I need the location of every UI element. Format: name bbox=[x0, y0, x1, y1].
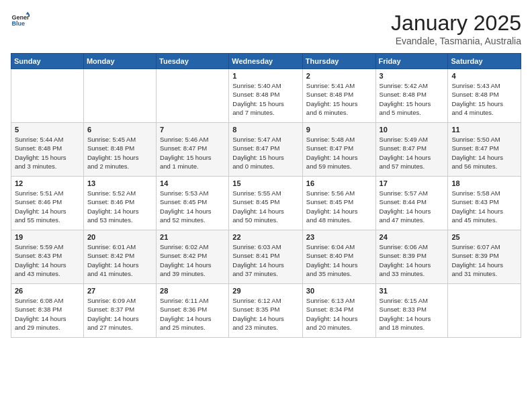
day-number: 22 bbox=[232, 233, 299, 241]
calendar-cell: 17Sunrise: 5:57 AM Sunset: 8:44 PM Dayli… bbox=[375, 177, 448, 230]
day-number: 16 bbox=[306, 179, 372, 187]
calendar-cell: 23Sunrise: 6:04 AM Sunset: 8:40 PM Dayli… bbox=[302, 230, 375, 284]
calendar-title: January 2025 bbox=[391, 11, 521, 36]
day-number: 18 bbox=[451, 179, 517, 187]
day-number: 9 bbox=[306, 126, 372, 134]
svg-marker-2 bbox=[26, 11, 30, 14]
cell-content: Sunrise: 6:04 AM Sunset: 8:40 PM Dayligh… bbox=[306, 242, 372, 278]
cell-content: Sunrise: 6:06 AM Sunset: 8:39 PM Dayligh… bbox=[380, 242, 445, 278]
calendar-cell: 24Sunrise: 6:06 AM Sunset: 8:39 PM Dayli… bbox=[375, 230, 448, 284]
calendar-cell: 16Sunrise: 5:56 AM Sunset: 8:45 PM Dayli… bbox=[302, 177, 375, 230]
day-number: 27 bbox=[87, 287, 152, 295]
cell-content: Sunrise: 5:52 AM Sunset: 8:46 PM Dayligh… bbox=[87, 189, 152, 224]
weekday-header-wednesday: Wednesday bbox=[229, 54, 303, 69]
day-number: 3 bbox=[380, 72, 445, 80]
title-area: January 2025 Evandale, Tasmania, Austral… bbox=[391, 11, 521, 46]
day-number: 11 bbox=[451, 126, 517, 134]
calendar-cell: 14Sunrise: 5:53 AM Sunset: 8:45 PM Dayli… bbox=[157, 177, 229, 230]
day-number: 26 bbox=[15, 287, 80, 295]
weekday-header-saturday: Saturday bbox=[448, 54, 521, 69]
calendar-cell: 22Sunrise: 6:03 AM Sunset: 8:41 PM Dayli… bbox=[229, 230, 303, 284]
calendar-cell: 25Sunrise: 6:07 AM Sunset: 8:39 PM Dayli… bbox=[448, 230, 521, 284]
cell-content: Sunrise: 6:12 AM Sunset: 8:35 PM Dayligh… bbox=[232, 296, 299, 332]
calendar-cell bbox=[11, 69, 84, 123]
day-number: 1 bbox=[232, 72, 299, 80]
cell-content: Sunrise: 5:58 AM Sunset: 8:43 PM Dayligh… bbox=[451, 189, 517, 224]
logo: General Blue bbox=[11, 11, 30, 30]
calendar-cell: 4Sunrise: 5:43 AM Sunset: 8:48 PM Daylig… bbox=[448, 69, 521, 123]
day-number: 24 bbox=[380, 233, 445, 241]
cell-content: Sunrise: 5:43 AM Sunset: 8:48 PM Dayligh… bbox=[451, 81, 517, 117]
day-number: 21 bbox=[160, 233, 225, 241]
cell-content: Sunrise: 5:44 AM Sunset: 8:48 PM Dayligh… bbox=[15, 135, 80, 171]
cell-content: Sunrise: 5:48 AM Sunset: 8:47 PM Dayligh… bbox=[306, 135, 372, 171]
calendar-cell: 19Sunrise: 5:59 AM Sunset: 8:43 PM Dayli… bbox=[11, 230, 84, 284]
cell-content: Sunrise: 5:50 AM Sunset: 8:47 PM Dayligh… bbox=[451, 135, 517, 171]
day-number: 28 bbox=[160, 287, 225, 295]
day-number: 2 bbox=[306, 72, 372, 80]
calendar-cell: 1Sunrise: 5:40 AM Sunset: 8:48 PM Daylig… bbox=[229, 69, 303, 123]
day-number: 8 bbox=[232, 126, 299, 134]
calendar-cell: 6Sunrise: 5:45 AM Sunset: 8:48 PM Daylig… bbox=[83, 123, 156, 177]
day-number: 14 bbox=[160, 179, 225, 187]
calendar-cell: 18Sunrise: 5:58 AM Sunset: 8:43 PM Dayli… bbox=[448, 177, 521, 230]
weekday-header-monday: Monday bbox=[83, 54, 156, 69]
cell-content: Sunrise: 5:55 AM Sunset: 8:45 PM Dayligh… bbox=[232, 189, 299, 224]
calendar-cell: 10Sunrise: 5:49 AM Sunset: 8:47 PM Dayli… bbox=[375, 123, 448, 177]
calendar-cell: 20Sunrise: 6:01 AM Sunset: 8:42 PM Dayli… bbox=[83, 230, 156, 284]
day-number: 20 bbox=[87, 233, 152, 241]
calendar-cell: 21Sunrise: 6:02 AM Sunset: 8:42 PM Dayli… bbox=[157, 230, 229, 284]
cell-content: Sunrise: 5:51 AM Sunset: 8:46 PM Dayligh… bbox=[15, 189, 80, 224]
day-number: 13 bbox=[87, 179, 152, 187]
calendar-cell: 30Sunrise: 6:13 AM Sunset: 8:34 PM Dayli… bbox=[302, 284, 375, 338]
cell-content: Sunrise: 5:46 AM Sunset: 8:47 PM Dayligh… bbox=[160, 135, 225, 171]
day-number: 30 bbox=[306, 287, 372, 295]
cell-content: Sunrise: 6:01 AM Sunset: 8:42 PM Dayligh… bbox=[87, 242, 152, 278]
calendar-cell: 29Sunrise: 6:12 AM Sunset: 8:35 PM Dayli… bbox=[229, 284, 303, 338]
calendar-cell: 2Sunrise: 5:41 AM Sunset: 8:48 PM Daylig… bbox=[302, 69, 375, 123]
day-number: 15 bbox=[232, 179, 299, 187]
weekday-header-friday: Friday bbox=[375, 54, 448, 69]
cell-content: Sunrise: 6:08 AM Sunset: 8:38 PM Dayligh… bbox=[15, 296, 80, 332]
cell-content: Sunrise: 5:59 AM Sunset: 8:43 PM Dayligh… bbox=[15, 242, 80, 278]
calendar-cell: 5Sunrise: 5:44 AM Sunset: 8:48 PM Daylig… bbox=[11, 123, 84, 177]
cell-content: Sunrise: 6:09 AM Sunset: 8:37 PM Dayligh… bbox=[87, 296, 152, 332]
cell-content: Sunrise: 5:45 AM Sunset: 8:48 PM Dayligh… bbox=[87, 135, 152, 171]
cell-content: Sunrise: 6:15 AM Sunset: 8:33 PM Dayligh… bbox=[380, 296, 445, 332]
calendar-cell: 8Sunrise: 5:47 AM Sunset: 8:47 PM Daylig… bbox=[229, 123, 303, 177]
cell-content: Sunrise: 6:07 AM Sunset: 8:39 PM Dayligh… bbox=[451, 242, 517, 278]
day-number: 23 bbox=[306, 233, 372, 241]
cell-content: Sunrise: 5:40 AM Sunset: 8:48 PM Dayligh… bbox=[232, 81, 299, 117]
calendar-week-row: 26Sunrise: 6:08 AM Sunset: 8:38 PM Dayli… bbox=[11, 284, 521, 338]
cell-content: Sunrise: 5:41 AM Sunset: 8:48 PM Dayligh… bbox=[306, 81, 372, 117]
day-number: 17 bbox=[380, 179, 445, 187]
day-number: 31 bbox=[380, 287, 445, 295]
calendar-cell: 13Sunrise: 5:52 AM Sunset: 8:46 PM Dayli… bbox=[83, 177, 156, 230]
calendar-cell bbox=[157, 69, 229, 123]
cell-content: Sunrise: 5:56 AM Sunset: 8:45 PM Dayligh… bbox=[306, 189, 372, 224]
calendar-week-row: 12Sunrise: 5:51 AM Sunset: 8:46 PM Dayli… bbox=[11, 177, 521, 230]
calendar-cell: 28Sunrise: 6:11 AM Sunset: 8:36 PM Dayli… bbox=[157, 284, 229, 338]
logo-icon: General Blue bbox=[11, 11, 30, 30]
calendar-cell: 7Sunrise: 5:46 AM Sunset: 8:47 PM Daylig… bbox=[157, 123, 229, 177]
calendar-cell: 15Sunrise: 5:55 AM Sunset: 8:45 PM Dayli… bbox=[229, 177, 303, 230]
day-number: 5 bbox=[15, 126, 80, 134]
cell-content: Sunrise: 5:53 AM Sunset: 8:45 PM Dayligh… bbox=[160, 189, 225, 224]
day-number: 12 bbox=[15, 179, 80, 187]
day-number: 7 bbox=[160, 126, 225, 134]
calendar-cell: 3Sunrise: 5:42 AM Sunset: 8:48 PM Daylig… bbox=[375, 69, 448, 123]
calendar-week-row: 19Sunrise: 5:59 AM Sunset: 8:43 PM Dayli… bbox=[11, 230, 521, 284]
day-number: 25 bbox=[451, 233, 517, 241]
cell-content: Sunrise: 5:42 AM Sunset: 8:48 PM Dayligh… bbox=[380, 81, 445, 117]
cell-content: Sunrise: 5:57 AM Sunset: 8:44 PM Dayligh… bbox=[380, 189, 445, 224]
calendar-cell: 27Sunrise: 6:09 AM Sunset: 8:37 PM Dayli… bbox=[83, 284, 156, 338]
weekday-header-tuesday: Tuesday bbox=[157, 54, 229, 69]
calendar-subtitle: Evandale, Tasmania, Australia bbox=[391, 36, 521, 46]
calendar-cell bbox=[448, 284, 521, 338]
calendar-week-row: 5Sunrise: 5:44 AM Sunset: 8:48 PM Daylig… bbox=[11, 123, 521, 177]
cell-content: Sunrise: 6:13 AM Sunset: 8:34 PM Dayligh… bbox=[306, 296, 372, 332]
cell-content: Sunrise: 6:02 AM Sunset: 8:42 PM Dayligh… bbox=[160, 242, 225, 278]
weekday-header-row: SundayMondayTuesdayWednesdayThursdayFrid… bbox=[11, 54, 521, 69]
cell-content: Sunrise: 6:11 AM Sunset: 8:36 PM Dayligh… bbox=[160, 296, 225, 332]
calendar-cell: 11Sunrise: 5:50 AM Sunset: 8:47 PM Dayli… bbox=[448, 123, 521, 177]
